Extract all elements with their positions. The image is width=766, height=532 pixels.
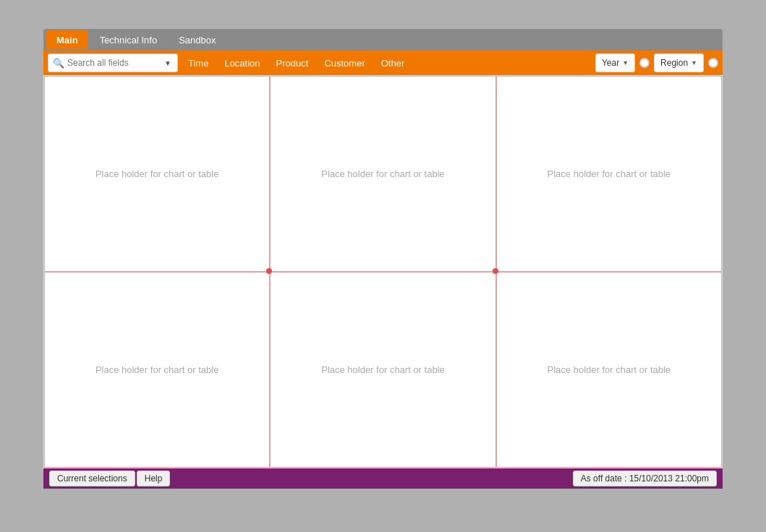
tab-bar: Main Technical Info Sandbox <box>43 29 723 51</box>
year-radio[interactable] <box>639 58 650 68</box>
chart-cell-1: Place holder for chart or table <box>44 76 270 272</box>
filter-other[interactable]: Other <box>375 53 411 72</box>
tab-technical-info[interactable]: Technical Info <box>90 30 168 49</box>
app-wrapper: Main Technical Info Sandbox 🔍 ▼ Time Loc… <box>0 0 766 532</box>
tab-sandbox[interactable]: Sandbox <box>169 30 226 49</box>
region-label: Region <box>660 58 688 68</box>
current-selections-button[interactable]: Current selections <box>49 471 135 486</box>
region-dropdown[interactable]: Region ▼ <box>654 53 704 72</box>
year-dropdown[interactable]: Year ▼ <box>595 53 635 72</box>
search-dropdown-icon[interactable]: ▼ <box>164 59 171 67</box>
region-radio[interactable] <box>708 58 718 68</box>
chart-placeholder-1: Place holder for chart or table <box>95 168 219 179</box>
chart-placeholder-3: Place holder for chart or table <box>548 168 671 179</box>
chart-placeholder-2: Place holder for chart or table <box>321 168 445 179</box>
chart-placeholder-4: Place holder for chart or table <box>95 364 219 375</box>
tab-main[interactable]: Main <box>46 30 88 49</box>
year-label: Year <box>602 58 619 68</box>
chart-placeholder-6: Place holder for chart or table <box>548 364 671 375</box>
filter-location[interactable]: Location <box>218 53 265 72</box>
chart-cell-6: Place holder for chart or table <box>496 272 722 468</box>
chart-cell-4: Place holder for chart or table <box>44 272 270 468</box>
filter-product[interactable]: Product <box>271 53 315 72</box>
year-arrow-icon: ▼ <box>622 59 629 66</box>
search-icon: 🔍 <box>53 58 64 69</box>
chart-cell-5: Place holder for chart or table <box>270 272 495 468</box>
as-off-date: As off date : 15/10/2013 21:00pm <box>573 471 717 486</box>
filter-customer[interactable]: Customer <box>318 53 370 72</box>
chart-cell-2: Place holder for chart or table <box>270 76 495 272</box>
filter-bar: 🔍 ▼ Time Location Product Customer Other… <box>43 51 723 75</box>
chart-cell-3: Place holder for chart or table <box>496 76 722 272</box>
help-button[interactable]: Help <box>137 471 171 486</box>
filter-time[interactable]: Time <box>182 53 214 72</box>
status-bar: Current selections Help As off date : 15… <box>43 468 723 489</box>
search-box[interactable]: 🔍 ▼ <box>48 53 178 72</box>
content-grid: Place holder for chart or table Place ho… <box>43 75 723 468</box>
search-input[interactable] <box>67 58 161 68</box>
chart-placeholder-5: Place holder for chart or table <box>321 364 445 375</box>
region-arrow-icon: ▼ <box>691 59 697 66</box>
